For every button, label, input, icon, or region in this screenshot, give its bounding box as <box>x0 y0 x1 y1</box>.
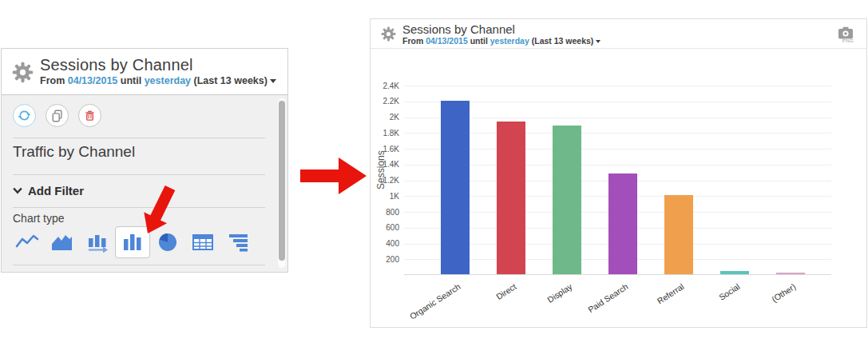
y-tick-label: 2.4K <box>371 82 399 90</box>
scrollbar-thumb[interactable] <box>279 101 285 261</box>
date-range: From 04/13/2015 until yesterday (Last 13… <box>40 75 279 86</box>
y-tick-label: 2K <box>371 113 399 122</box>
widget-actions <box>13 104 101 127</box>
period-label: (Last 13 weeks) <box>532 36 594 46</box>
refresh-icon <box>18 109 31 122</box>
y-tick-label: 2.2K <box>371 97 399 106</box>
y-tick-label: 400 <box>371 239 399 248</box>
caret-down-icon[interactable] <box>270 79 276 83</box>
widget-title: Sessions by Channel <box>40 56 279 74</box>
duplicate-icon <box>51 110 64 122</box>
area-chart-icon[interactable] <box>45 226 80 258</box>
y-tick-label: 800 <box>371 208 399 217</box>
widget-config-panel: Sessions by Channel From 04/13/2015 unti… <box>1 48 288 273</box>
from-label: From <box>40 75 65 86</box>
bar-social[interactable] <box>720 271 749 274</box>
period-label: (Last 13 weeks) <box>194 75 268 86</box>
add-filter-label: Add Filter <box>28 184 84 197</box>
table-icon[interactable] <box>185 226 220 258</box>
chart-header: Sessions by Channel From 04/13/2015 unti… <box>371 19 866 49</box>
gridline <box>404 86 831 86</box>
y-tick-label: 1K <box>371 192 399 201</box>
caret-down-icon[interactable] <box>596 40 600 43</box>
chart-type-selector <box>10 226 256 258</box>
y-tick-label: 600 <box>371 223 399 232</box>
divider <box>13 265 265 265</box>
config-body: Traffic by Channel Add Filter Chart type <box>2 95 287 272</box>
y-tick-label: 1.6K <box>371 145 399 154</box>
line-chart-icon[interactable] <box>10 226 45 258</box>
red-arrow-right <box>300 158 367 194</box>
add-filter-toggle[interactable]: Add Filter <box>13 184 84 197</box>
end-date-link[interactable]: yesterday <box>490 36 529 46</box>
scrollbar-track[interactable] <box>278 98 286 268</box>
end-date-link[interactable]: yesterday <box>145 75 191 86</box>
until-label: until <box>121 75 141 86</box>
y-tick-label: 1.8K <box>371 129 399 138</box>
divider <box>13 174 265 175</box>
bar-display[interactable] <box>553 126 581 274</box>
y-tick-label: 200 <box>371 255 399 264</box>
bar-paid-search[interactable] <box>608 173 637 274</box>
bar-other[interactable] <box>776 273 805 274</box>
bar-referral[interactable] <box>664 195 693 274</box>
export-format-label: PNG <box>838 38 858 43</box>
divider <box>13 138 265 138</box>
bar-direct[interactable] <box>497 122 525 274</box>
from-label: From <box>402 36 423 46</box>
y-tick-label: 1.2K <box>371 176 399 185</box>
chart-widget-panel: Sessions by Channel From 04/13/2015 unti… <box>370 18 867 328</box>
chart-title: Sessions by Channel <box>402 22 858 36</box>
chart-type-label: Chart type <box>13 212 65 225</box>
delete-button[interactable] <box>78 104 101 127</box>
gear-icon[interactable] <box>12 62 34 83</box>
gear-icon[interactable] <box>381 26 396 42</box>
date-range: From 04/13/2015 until yesterday (Last 13… <box>402 36 858 46</box>
plot-area <box>404 86 831 275</box>
component-title: Traffic by Channel <box>13 143 135 161</box>
chevron-down-icon <box>13 187 22 194</box>
bar-organic-search[interactable] <box>441 101 470 274</box>
start-date-link[interactable]: 04/13/2015 <box>68 75 118 86</box>
until-label: until <box>470 36 488 46</box>
refresh-button[interactable] <box>13 104 36 127</box>
funnel-chart-icon[interactable] <box>220 226 256 258</box>
y-tick-label: 1.4K <box>371 160 399 169</box>
divider <box>13 207 265 208</box>
pie-chart-icon[interactable] <box>150 226 185 258</box>
trash-icon <box>84 110 96 122</box>
camera-icon <box>838 26 854 39</box>
duplicate-button[interactable] <box>46 104 69 127</box>
bar-trend-chart-icon[interactable] <box>80 226 115 258</box>
export-png-button[interactable]: PNG <box>838 26 858 43</box>
column-chart-icon[interactable] <box>115 226 150 258</box>
config-header: Sessions by Channel From 04/13/2015 unti… <box>2 49 287 95</box>
start-date-link[interactable]: 04/13/2015 <box>426 36 468 46</box>
